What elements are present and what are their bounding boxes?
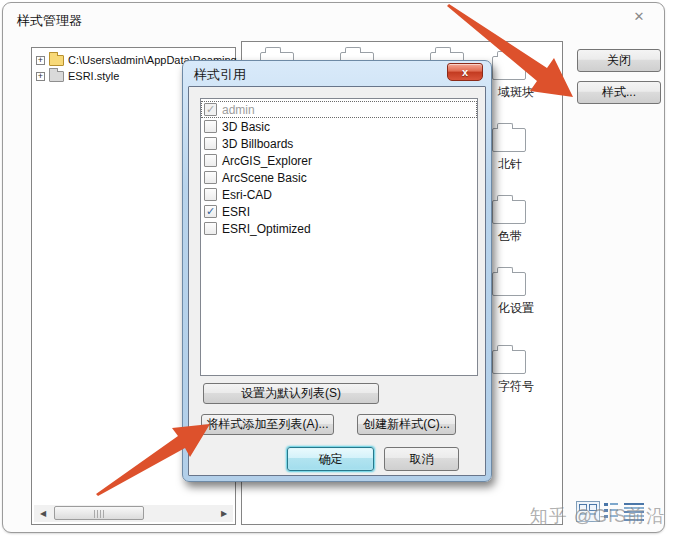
checkbox-unchecked-icon[interactable] (204, 222, 217, 235)
folder-category-label: 色带 (498, 228, 522, 245)
style-list-item-label: ArcScene Basic (222, 171, 307, 185)
style-list-item[interactable]: ✓ESRI (201, 203, 477, 220)
style-list-item[interactable]: ESRI_Optimized (201, 220, 477, 237)
horizontal-scrollbar[interactable]: ◀ ▶ (34, 505, 233, 522)
style-list-item-label: ESRI_Optimized (222, 222, 311, 236)
scrollbar-thumb[interactable] (54, 506, 144, 520)
style-list-item[interactable]: 3D Basic (201, 118, 477, 135)
cancel-button[interactable]: 取消 (384, 447, 459, 471)
checkbox-checked-icon[interactable]: ✓ (204, 205, 217, 218)
style-list[interactable]: ✓admin3D Basic3D BillboardsArcGIS_Explor… (200, 98, 478, 376)
folder-icon[interactable] (492, 56, 526, 80)
folder-gray-icon (49, 71, 64, 82)
dialog-title: 样式引用 (194, 66, 246, 84)
checkbox-unchecked-icon[interactable] (204, 171, 217, 184)
folder-category-label: 化设置 (498, 300, 534, 317)
style-list-item-label: ArcGIS_Explorer (222, 154, 312, 168)
scroll-left-icon[interactable]: ◀ (36, 507, 50, 520)
tree-item-esri-style[interactable]: + ESRI.style (36, 68, 119, 84)
expand-plus-icon[interactable]: + (36, 72, 45, 81)
folder-category-label: 北针 (498, 156, 522, 173)
tree-item-label: ESRI.style (68, 70, 119, 82)
window-title: 样式管理器 (17, 12, 82, 30)
create-new-style-button[interactable]: 创建新样式(C)... (357, 414, 456, 435)
style-list-item-label: Esri-CAD (222, 188, 272, 202)
style-list-item[interactable]: Esri-CAD (201, 186, 477, 203)
folder-icon[interactable] (492, 350, 526, 374)
style-list-item[interactable]: 3D Billboards (201, 135, 477, 152)
close-icon[interactable]: ✕ (630, 9, 648, 25)
small-icons-view-button[interactable] (604, 503, 618, 518)
set-default-list-button[interactable]: 设置为默认列表(S) (203, 383, 379, 404)
style-list-item-label: ESRI (222, 205, 250, 219)
folder-category-label: 字符号 (498, 378, 534, 395)
folder-icon[interactable] (492, 128, 526, 152)
dialog-close-icon[interactable]: x (447, 63, 483, 81)
view-toggle-icons (576, 500, 646, 524)
checkbox-unchecked-icon[interactable] (204, 154, 217, 167)
folder-category-label: 域斑块 (498, 84, 534, 101)
details-view-button[interactable] (624, 503, 644, 521)
style-list-item[interactable]: ✓admin (201, 101, 477, 118)
checkbox-unchecked-icon[interactable] (204, 188, 217, 201)
folder-icon[interactable] (492, 200, 526, 224)
style-list-item[interactable]: ArcScene Basic (201, 169, 477, 186)
checkbox-unchecked-icon[interactable] (204, 120, 217, 133)
style-references-dialog: 样式引用 x ✓admin3D Basic3D BillboardsArcGIS… (182, 60, 492, 482)
style-list-item[interactable]: ArcGIS_Explorer (201, 152, 477, 169)
close-button[interactable]: 关闭 (577, 49, 661, 72)
checkbox-checked-icon[interactable]: ✓ (204, 103, 217, 116)
style-list-item-label: 3D Billboards (222, 137, 293, 151)
checkbox-unchecked-icon[interactable] (204, 137, 217, 150)
screenshot-stage: 样式管理器 ✕ + C:\Users\admin\AppData\Roaming… (0, 0, 677, 544)
style-list-item-label: admin (222, 103, 255, 117)
folder-yellow-icon (49, 55, 64, 66)
style-button[interactable]: 样式... (577, 81, 661, 104)
folder-icon[interactable] (492, 272, 526, 296)
ok-button[interactable]: 确定 (287, 447, 374, 471)
add-style-to-list-button[interactable]: 将样式添加至列表(A)... (201, 414, 334, 435)
scroll-right-icon[interactable]: ▶ (217, 507, 231, 520)
expand-plus-icon[interactable]: + (36, 56, 45, 65)
large-icons-view-button[interactable] (577, 502, 600, 522)
style-list-item-label: 3D Basic (222, 120, 270, 134)
